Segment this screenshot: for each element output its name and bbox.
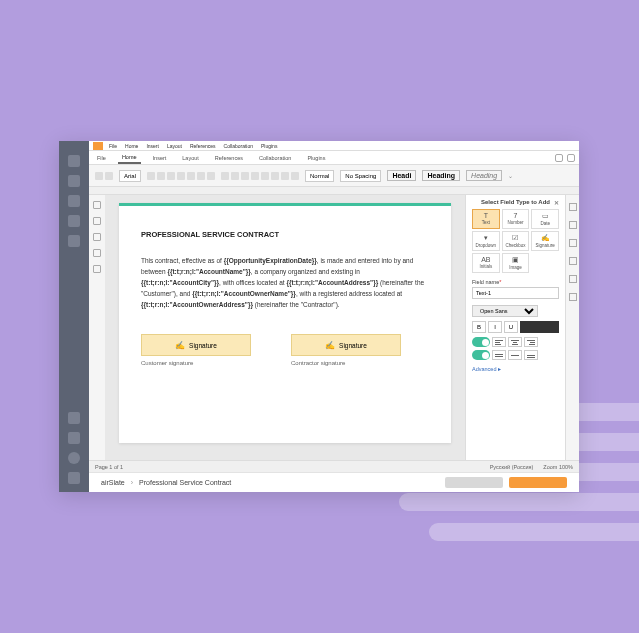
settings-icon[interactable] [567, 154, 575, 162]
secondary-button[interactable] [445, 477, 503, 488]
bold-button[interactable]: B [472, 321, 486, 333]
color-icon[interactable] [207, 172, 215, 180]
align-center-icon[interactable] [271, 172, 279, 180]
crumb-current: Professional Service Contract [139, 479, 231, 486]
initials-icon: AB [473, 256, 499, 263]
user-icon[interactable] [555, 154, 563, 162]
numlist-icon[interactable] [231, 172, 239, 180]
valign-top-button[interactable] [492, 350, 506, 360]
search-icon[interactable] [93, 201, 101, 209]
align-center-button[interactable] [508, 337, 522, 347]
italic-icon[interactable] [157, 172, 165, 180]
headings-icon[interactable] [93, 233, 101, 241]
chart-panel-icon[interactable] [569, 293, 577, 301]
copy-icon[interactable] [95, 172, 103, 180]
customer-signature-field[interactable]: ✍ Signature [141, 334, 251, 356]
sidebar-item[interactable] [68, 155, 80, 167]
chevron-down-icon[interactable]: ⌄ [508, 172, 513, 179]
menu-collaboration[interactable]: Collaboration [224, 143, 253, 149]
menu-plugins[interactable]: Plugins [261, 143, 277, 149]
field-type-checkbox[interactable]: ☑Checkbox [502, 231, 530, 251]
paste-icon[interactable] [105, 172, 113, 180]
sidebar-item[interactable] [68, 215, 80, 227]
align-toggle[interactable] [472, 337, 490, 347]
contractor-signature-field[interactable]: ✍ Signature [291, 334, 401, 356]
tab-insert[interactable]: Insert [149, 153, 171, 163]
italic-button[interactable]: I [488, 321, 502, 333]
field-type-text[interactable]: TText [472, 209, 500, 229]
header-panel-icon[interactable] [569, 257, 577, 265]
breadcrumb-footer: airSlate › Professional Service Contract [89, 472, 579, 492]
crumb-root[interactable]: airSlate [101, 479, 125, 486]
menu-references[interactable]: References [190, 143, 216, 149]
sidebar-item[interactable] [68, 472, 80, 484]
heading-style-3[interactable]: Heading [466, 170, 502, 181]
sidebar-item[interactable] [68, 195, 80, 207]
signature-icon: ✍ [532, 234, 558, 242]
heading-style-2[interactable]: Heading [422, 170, 460, 181]
align-right-icon[interactable] [281, 172, 289, 180]
menu-home[interactable]: Home [125, 143, 138, 149]
sidebar-item[interactable] [68, 412, 80, 424]
advanced-toggle[interactable]: Advanced ▸ [472, 366, 559, 372]
table-panel-icon[interactable] [569, 221, 577, 229]
sidebar-item[interactable] [68, 432, 80, 444]
field-type-signature[interactable]: ✍Signature [531, 231, 559, 251]
document-canvas[interactable]: PROFESSIONAL SERVICE CONTRACT This contr… [105, 195, 465, 460]
shape-panel-icon[interactable] [569, 275, 577, 283]
zoom-indicator[interactable]: Zoom 100% [543, 464, 573, 470]
valign-bottom-button[interactable] [524, 350, 538, 360]
field-type-image[interactable]: ▣Image [502, 253, 530, 273]
underline-button[interactable]: U [504, 321, 518, 333]
align-right-button[interactable] [524, 337, 538, 347]
field-type-date[interactable]: ▭Date [531, 209, 559, 229]
underline-icon[interactable] [167, 172, 175, 180]
sub-icon[interactable] [197, 172, 205, 180]
image-panel-icon[interactable] [569, 239, 577, 247]
menu-file[interactable]: File [109, 143, 117, 149]
align-left-button[interactable] [492, 337, 506, 347]
list-icon[interactable] [221, 172, 229, 180]
field-name-input[interactable] [472, 287, 559, 299]
outdent-icon[interactable] [241, 172, 249, 180]
sidebar-item[interactable] [68, 452, 80, 464]
tab-collaboration[interactable]: Collaboration [255, 153, 295, 163]
tab-file[interactable]: File [93, 153, 110, 163]
font-family-select[interactable]: Open Sans [472, 305, 538, 317]
align-left-icon[interactable] [261, 172, 269, 180]
color-picker[interactable] [520, 321, 559, 333]
bold-icon[interactable] [147, 172, 155, 180]
font-select[interactable]: Arial [119, 170, 141, 182]
review-icon[interactable] [93, 249, 101, 257]
primary-button[interactable] [509, 477, 567, 488]
tab-references[interactable]: References [211, 153, 247, 163]
comment-icon[interactable] [93, 217, 101, 225]
menu-insert[interactable]: Insert [146, 143, 159, 149]
tab-layout[interactable]: Layout [178, 153, 203, 163]
heading-style-1[interactable]: Headi [387, 170, 416, 181]
sidebar-item[interactable] [68, 235, 80, 247]
sidebar-item[interactable] [68, 175, 80, 187]
align-justify-icon[interactable] [291, 172, 299, 180]
tab-home[interactable]: Home [118, 152, 141, 164]
style-nospacing[interactable]: No Spacing [340, 170, 381, 182]
dropdown-icon: ▾ [473, 234, 499, 242]
language-indicator[interactable]: Русский (Россия) [490, 464, 534, 470]
field-type-dropdown[interactable]: ▾Dropdown [472, 231, 500, 251]
tab-plugins[interactable]: Plugins [303, 153, 329, 163]
feedback-icon[interactable] [93, 265, 101, 273]
indent-icon[interactable] [251, 172, 259, 180]
paragraph-panel-icon[interactable] [569, 203, 577, 211]
super-icon[interactable] [187, 172, 195, 180]
close-icon[interactable]: ✕ [554, 199, 559, 206]
right-tab-rail [565, 195, 579, 460]
field-type-initials[interactable]: ABInitials [472, 253, 500, 273]
field-type-number[interactable]: 7Number [502, 209, 530, 229]
valign-toggle[interactable] [472, 350, 490, 360]
horizontal-ruler[interactable] [89, 187, 579, 195]
style-normal[interactable]: Normal [305, 170, 334, 182]
panel-title: Select Field Type to Add ✕ [472, 199, 559, 205]
valign-middle-button[interactable] [508, 350, 522, 360]
menu-layout[interactable]: Layout [167, 143, 182, 149]
strike-icon[interactable] [177, 172, 185, 180]
